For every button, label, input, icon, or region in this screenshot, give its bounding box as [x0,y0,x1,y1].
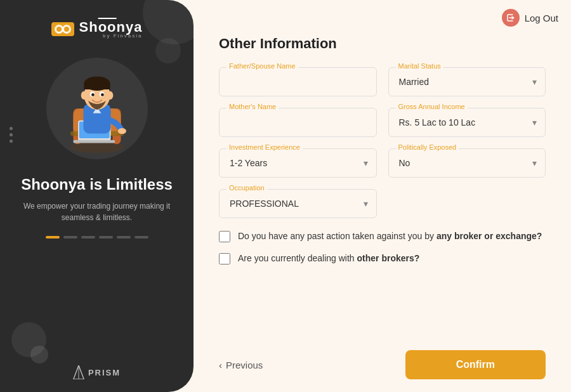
gross-income-field: Gross Annual Income Below 1 Lac 1 Lac to… [388,108,546,137]
left-headline: Shoonya is Limitless [21,174,173,194]
logout-icon [502,9,520,27]
logout-button[interactable]: Log Out [502,9,558,27]
checkbox-row-1: Do you have any past action taken agains… [219,230,546,243]
prev-chevron-icon: ‹ [219,360,222,370]
avatar [46,58,148,159]
politically-exposed-label: Politically Exposed [396,143,459,151]
marital-status-label: Marital Status [396,62,443,70]
progress-dot-6 [135,236,148,238]
progress-dot-1 [46,236,60,238]
other-brokers-checkbox[interactable] [219,253,230,265]
logo-area: Shoonya by Finvasia [51,19,143,39]
svg-point-23 [117,128,126,134]
confirm-button[interactable]: Confirm [405,350,546,379]
svg-rect-16 [84,84,110,89]
svg-point-21 [91,93,95,96]
confirm-label: Confirm [456,359,495,370]
gross-income-label: Gross Annual Income [396,103,468,110]
politically-exposed-field: Politically Exposed No Yes ▾ [388,148,546,178]
investment-exp-label: Investment Experience [226,143,303,151]
progress-dot-3 [81,236,95,238]
mother-name-label: Mother's Name [226,103,279,110]
father-spouse-name-input[interactable] [219,67,377,96]
father-spouse-name-field: Father/Spouse Name [219,67,377,96]
svg-rect-11 [73,140,115,143]
prism-logo: PRISM [73,365,121,379]
gross-income-select[interactable]: Below 1 Lac 1 Lac to 5 Lac Rs. 5 Lac to … [388,108,546,137]
politically-exposed-select[interactable]: No Yes [388,148,546,178]
progress-dot-2 [63,236,77,238]
marital-status-field: Marital Status Married Single Divorced W… [388,67,546,96]
right-panel: Log Out Other Information Father/Spouse … [194,0,571,392]
progress-dot-4 [99,236,113,238]
past-action-label: Do you have any past action taken agains… [238,230,542,243]
past-action-checkbox[interactable] [219,231,230,242]
occupation-field-row: Occupation PROFESSIONAL BUSINESS GOVERNM… [219,189,546,218]
svg-point-17 [81,91,86,100]
checkbox-row-2: Are you currently dealing with other bro… [219,252,546,265]
left-subtext: We empower your trading journey making i… [13,200,181,223]
other-brokers-label: Are you currently dealing with other bro… [238,252,419,265]
top-bar: Log Out [194,0,571,36]
checkboxes-section: Do you have any past action taken agains… [219,230,546,265]
father-spouse-name-label: Father/Spouse Name [226,62,298,70]
left-panel: Shoonya by Finvasia [0,0,194,392]
svg-point-1 [56,27,62,32]
page-title: Other Information [219,36,546,52]
svg-point-3 [64,27,69,32]
investment-exp-select[interactable]: Less than 1 Year 1-2 Years 2-5 Years Mor… [219,148,377,178]
svg-point-18 [107,91,112,100]
marital-status-select[interactable]: Married Single Divorced Widowed [388,67,546,96]
occupation-label: Occupation [226,184,267,192]
mother-name-input[interactable] [219,108,377,137]
progress-dot-5 [117,236,131,238]
left-dots [10,127,13,143]
prev-label: Previous [226,360,263,370]
bottom-nav: ‹ Previous Confirm [194,344,571,392]
bottom-decor [11,322,46,357]
prism-label: PRISM [88,368,121,377]
occupation-field: Occupation PROFESSIONAL BUSINESS GOVERNM… [219,189,377,218]
previous-button[interactable]: ‹ Previous [219,360,263,370]
form-grid-top: Father/Spouse Name Marital Status Marrie… [219,67,546,178]
form-container: Other Information Father/Spouse Name Mar… [194,36,571,344]
mother-name-field: Mother's Name [219,108,377,137]
occupation-select[interactable]: PROFESSIONAL BUSINESS GOVERNMENT SERVICE… [219,189,377,218]
investment-exp-field: Investment Experience Less than 1 Year 1… [219,148,377,178]
logo-icon [51,22,74,36]
progress-dots [46,236,148,238]
svg-point-22 [101,93,104,96]
logout-label: Log Out [525,13,558,23]
deco-circle-right [155,38,181,63]
